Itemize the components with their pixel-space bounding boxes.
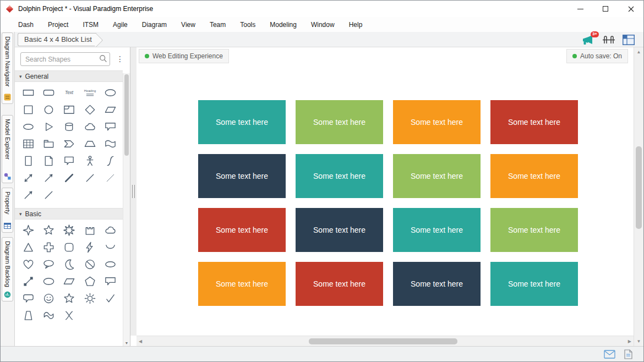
shape-arc-icon[interactable] [100,239,121,256]
mail-button[interactable] [604,350,615,359]
sidebar-tab-model-explorer[interactable]: Model Explorer [2,115,13,183]
menu-dash[interactable]: Dash [11,21,41,29]
shape-chi-icon[interactable] [59,307,79,324]
shape-trapezoid-icon[interactable] [80,135,100,152]
sidebar-tab-property[interactable]: Property [2,188,13,233]
shape-star-8-icon[interactable] [59,222,79,239]
shape-ellipse-icon[interactable] [18,118,39,135]
shape-arrow-icon[interactable] [39,169,59,187]
shape-rect-callout-icon[interactable] [59,152,79,169]
sidebar-tab-diagram-backlog[interactable]: Diagram Backlog [2,237,13,301]
block-navy[interactable]: Some text here [393,262,481,306]
scroll-up-arrow[interactable]: ▲ [634,50,643,54]
shape-page-icon[interactable] [18,152,39,169]
block-green[interactable]: Some text here [490,208,578,252]
shape-speech-bubble-icon[interactable] [39,256,59,273]
shape-table-icon[interactable] [18,135,39,152]
block-red[interactable]: Some text here [296,262,383,306]
block-orange[interactable]: Some text here [490,154,578,198]
shape-arrow-2-icon[interactable] [18,187,39,204]
menu-tools[interactable]: Tools [233,21,263,29]
shape-actor-icon[interactable] [80,152,100,169]
menu-agile[interactable]: Agile [106,21,135,29]
menu-diagram[interactable]: Diagram [135,21,174,29]
block-red[interactable]: Some text here [198,208,286,252]
shape-cloud-icon[interactable] [80,118,100,135]
search-input[interactable] [20,52,110,66]
shape-heading-icon[interactable]: Heading [80,84,100,101]
notifications-button[interactable]: 3+ [582,34,595,45]
block-navy[interactable]: Some text here [296,208,383,252]
shape-smiley-icon[interactable] [39,290,59,307]
shape-prohibited-icon[interactable] [80,256,100,273]
panel-splitter[interactable] [130,47,137,336]
shape-line-2-icon[interactable] [39,187,59,204]
horizontal-scrollbar-thumb[interactable] [309,338,457,344]
shape-parallelogram-icon[interactable] [100,101,121,118]
shape-moon-icon[interactable] [59,256,79,273]
shape-star-5-icon[interactable] [39,222,59,239]
panel-menu-button[interactable]: ⋮ [113,52,127,66]
horizontal-scrollbar[interactable]: ◀ ▶ [137,336,634,346]
shape-heart-icon[interactable] [18,256,39,273]
shape-diamond-icon[interactable] [80,101,100,118]
block-teal[interactable]: Some text here [198,100,286,144]
shape-thin-line-icon[interactable] [100,169,121,187]
vertical-scrollbar-thumb[interactable] [636,146,642,229]
block-red[interactable]: Some text here [490,100,578,144]
shape-oval-icon[interactable] [100,84,121,101]
section-header-general[interactable]: ▾ General [15,70,123,82]
shape-note-icon[interactable] [39,152,59,169]
shape-sun-icon[interactable] [80,290,100,307]
diagram-canvas[interactable]: Web Editing Experience Auto save: On Som… [137,47,634,336]
shape-package-icon[interactable] [39,135,59,152]
shape-cross-icon[interactable] [39,239,59,256]
shape-triangle-up-icon[interactable] [18,239,39,256]
web-editing-badge[interactable]: Web Editing Experience [139,49,229,63]
shape-rectangle-icon[interactable] [18,84,39,101]
shape-thick-line-icon[interactable] [59,169,79,187]
shape-cylinder-icon[interactable] [59,118,79,135]
shape-rounded-square-icon[interactable] [59,239,79,256]
shape-callout-icon[interactable] [100,118,121,135]
breadcrumb[interactable]: Basic 4 x 4 Block List [18,33,96,46]
shape-circle-icon[interactable] [39,101,59,118]
vertical-scrollbar[interactable]: ▲ ▼ [634,47,643,346]
shape-callout-2-icon[interactable] [100,273,121,290]
shape-parallelogram-2-icon[interactable] [59,273,79,290]
shape-star-4-icon[interactable] [18,222,39,239]
block-teal[interactable]: Some text here [296,154,383,198]
sidebar-tab-diagram-navigator[interactable]: Diagram Navigator [2,32,13,104]
minimize-button[interactable] [567,1,593,17]
shape-frame-icon[interactable] [59,101,79,118]
shape-text-icon[interactable]: Text [59,84,79,101]
menu-view[interactable]: View [174,21,203,29]
panel-scroll-down-arrow[interactable]: ▼ [123,341,130,345]
shape-star-outline-icon[interactable] [59,290,79,307]
scroll-left-arrow[interactable]: ◀ [139,339,142,344]
shape-square-icon[interactable] [18,101,39,118]
shape-line-nodes-icon[interactable] [18,273,39,290]
shape-rounded-rectangle-icon[interactable] [39,84,59,101]
shape-wave-flag-icon[interactable] [100,135,121,152]
section-header-basic[interactable]: ▾ Basic [15,208,123,220]
block-navy[interactable]: Some text here [198,154,286,198]
shape-chevron-icon[interactable] [59,135,79,152]
scroll-right-arrow[interactable]: ▶ [628,339,631,344]
menu-help[interactable]: Help [342,21,370,29]
block-teal[interactable]: Some text here [490,262,578,306]
menu-team[interactable]: Team [203,21,233,29]
shape-line-icon[interactable] [80,169,100,187]
block-green[interactable]: Some text here [393,154,481,198]
autosave-badge[interactable]: Auto save: On [566,49,628,63]
shape-keystone-icon[interactable] [18,307,39,324]
shape-lightning-icon[interactable] [80,239,100,256]
shape-curve-icon[interactable] [100,152,121,169]
shape-wave-icon[interactable] [39,307,59,324]
shape-check-icon[interactable] [100,290,121,307]
block-orange[interactable]: Some text here [393,100,481,144]
layout-button[interactable] [602,35,615,45]
maximize-button[interactable] [593,1,618,17]
block-orange[interactable]: Some text here [198,262,286,306]
shape-cloud-2-icon[interactable] [100,222,121,239]
